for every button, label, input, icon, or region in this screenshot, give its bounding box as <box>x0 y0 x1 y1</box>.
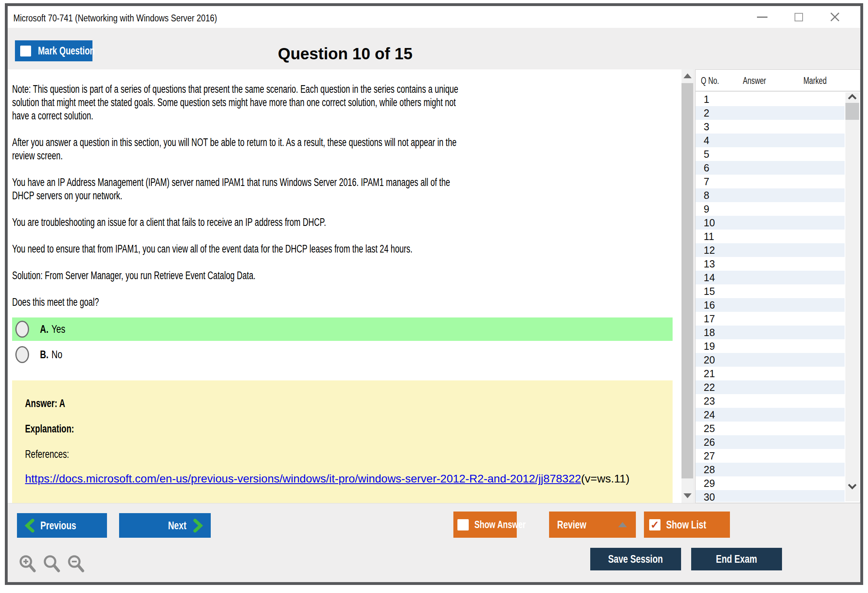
answer-option-b[interactable]: B.No <box>12 343 673 366</box>
zoom-in-icon[interactable] <box>18 554 38 575</box>
question-list-row[interactable]: 17 <box>696 312 845 326</box>
end-exam-label: End Exam <box>716 553 757 566</box>
save-session-button[interactable]: Save Session <box>590 548 681 570</box>
question-number: 18 <box>696 327 715 338</box>
question-paragraph: You need to ensure that from IPAM1, you … <box>12 242 474 256</box>
question-list-row[interactable]: 23 <box>696 394 845 408</box>
question-list-row[interactable]: 25 <box>696 422 845 435</box>
minimize-button[interactable] <box>744 6 780 28</box>
question-list-row[interactable]: 7 <box>696 175 845 188</box>
minimize-icon <box>757 17 767 18</box>
question-list-row[interactable]: 9 <box>696 202 845 216</box>
scroll-up-arrow-icon[interactable] <box>683 73 692 78</box>
question-list-row[interactable]: 6 <box>696 161 845 175</box>
question-list-row[interactable]: 24 <box>696 408 845 422</box>
end-exam-button[interactable]: End Exam <box>691 548 782 570</box>
question-list-row[interactable]: 19 <box>696 339 845 353</box>
question-number: 21 <box>696 368 715 380</box>
answer-label: Answer: A <box>25 397 65 410</box>
close-button[interactable] <box>817 6 853 28</box>
question-list-row[interactable]: 27 <box>696 449 845 463</box>
question-header: Mark Question Question 10 of 15 <box>8 28 860 69</box>
zoom-reset-icon[interactable] <box>42 554 62 575</box>
question-list-row[interactable]: 18 <box>696 326 845 339</box>
question-paragraph: After you answer a question in this sect… <box>12 136 474 163</box>
question-paragraph: Note: This question is part of a series … <box>12 83 474 123</box>
question-number: 17 <box>696 313 715 325</box>
question-number: 26 <box>696 436 715 448</box>
question-number: 25 <box>696 423 715 434</box>
show-answer-button[interactable]: Show Answer <box>453 512 517 538</box>
sidebar-scroll-up-icon[interactable] <box>846 93 858 101</box>
zoom-out-icon[interactable] <box>67 554 86 575</box>
question-number: 27 <box>696 450 715 462</box>
question-list-row[interactable]: 4 <box>696 134 845 147</box>
sidebar-scroll-down-icon[interactable] <box>846 482 858 490</box>
show-answer-checkbox[interactable] <box>457 519 469 530</box>
answer-option-a[interactable]: A.Yes <box>12 317 673 341</box>
question-list-row[interactable]: 22 <box>696 380 845 394</box>
question-list-row[interactable]: 3 <box>696 120 845 134</box>
question-list-rows: 1234567891011121314151617181920212223242… <box>696 92 845 502</box>
app-window: Microsoft 70-741 (Networking with Window… <box>5 3 863 585</box>
show-list-label: Show List <box>666 518 706 531</box>
reference-line: https://docs.microsoft.com/en-us/previou… <box>25 472 629 485</box>
question-number: 3 <box>696 121 709 133</box>
question-paragraph: You have an IP Address Management (IPAM)… <box>12 176 474 203</box>
question-list-row[interactable]: 12 <box>696 243 845 257</box>
question-list-row[interactable]: 11 <box>696 230 845 243</box>
question-number: 9 <box>696 203 709 215</box>
question-number: 29 <box>696 478 715 489</box>
question-list-row[interactable]: 28 <box>696 463 845 476</box>
question-list-row[interactable]: 1 <box>696 92 845 106</box>
explanation-label: Explanation: <box>25 423 74 435</box>
radio-option-b[interactable] <box>15 346 29 363</box>
references-label: References: <box>25 448 69 461</box>
next-label: Next <box>168 519 187 532</box>
next-button[interactable]: Next <box>119 513 211 538</box>
question-number: 24 <box>696 409 715 421</box>
question-list-row[interactable]: 2 <box>696 106 845 120</box>
window-controls <box>744 6 853 28</box>
question-number: 2 <box>696 107 709 119</box>
column-qno: Q No. <box>701 75 719 86</box>
checkbox-checked-icon: ✓ <box>650 520 659 530</box>
show-answer-label: Show Answer <box>474 518 526 531</box>
radio-option-a[interactable] <box>15 321 29 338</box>
chevron-right-icon <box>193 519 203 532</box>
question-list-row[interactable]: 29 <box>696 476 845 490</box>
maximize-button[interactable] <box>780 6 817 28</box>
question-number: 7 <box>696 176 709 188</box>
question-list-header: Q No. Answer Marked <box>696 70 860 92</box>
previous-button[interactable]: Previous <box>17 513 107 538</box>
question-list-row[interactable]: 10 <box>696 216 845 230</box>
question-list-row[interactable]: 5 <box>696 147 845 161</box>
question-number: 11 <box>696 231 714 242</box>
question-list-row[interactable]: 8 <box>696 188 845 202</box>
question-number: 28 <box>696 464 715 476</box>
question-list-row[interactable]: 13 <box>696 257 845 271</box>
question-number: 6 <box>696 162 709 174</box>
question-list-row[interactable]: 14 <box>696 271 845 284</box>
show-list-checkbox[interactable]: ✓ <box>649 519 660 530</box>
question-list-panel: Q No. Answer Marked 12345678910111213141… <box>695 69 860 503</box>
main-scrollbar-thumb[interactable] <box>681 83 693 478</box>
question-number: 13 <box>696 258 715 270</box>
main-scrollbar[interactable] <box>681 69 693 503</box>
question-list-row[interactable]: 15 <box>696 284 845 298</box>
question-list-row[interactable]: 21 <box>696 367 845 380</box>
question-paragraph: Solution: From Server Manager, you run R… <box>12 269 474 282</box>
previous-label: Previous <box>40 519 76 532</box>
reference-link[interactable]: https://docs.microsoft.com/en-us/previou… <box>25 472 581 485</box>
show-list-button[interactable]: ✓ Show List <box>644 512 730 538</box>
review-button[interactable]: Review <box>549 512 636 538</box>
question-list-row[interactable]: 20 <box>696 353 845 367</box>
question-list-row[interactable]: 30 <box>696 490 845 502</box>
sidebar-scrollbar-thumb[interactable] <box>845 103 859 120</box>
question-number: 10 <box>696 217 715 229</box>
question-list-row[interactable]: 16 <box>696 298 845 312</box>
question-list-row[interactable]: 26 <box>696 435 845 449</box>
sidebar-scrollbar[interactable] <box>845 92 859 501</box>
question-number: 1 <box>696 94 709 105</box>
scroll-down-arrow-icon[interactable] <box>683 493 692 498</box>
